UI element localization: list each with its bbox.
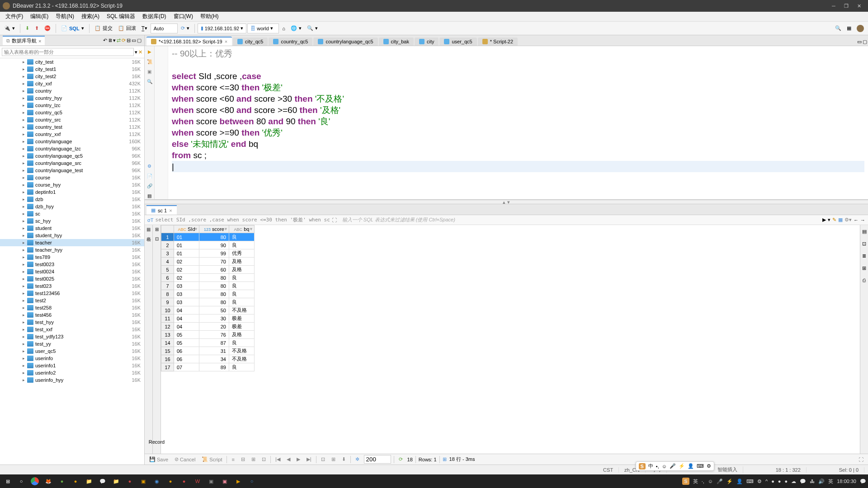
cell-bq[interactable]: 良	[229, 290, 255, 298]
commit-button[interactable]: 📋提交	[92, 23, 115, 33]
expand-icon[interactable]: ▸	[23, 269, 27, 274]
result-row[interactable]: 40270及格	[161, 258, 255, 266]
text-mode-tab[interactable]: ⊞	[155, 227, 159, 232]
cell-bq[interactable]: 良	[229, 363, 255, 371]
expand-icon[interactable]: ▸	[23, 378, 27, 382]
autocommit-combo[interactable]: Auto	[151, 23, 178, 33]
cell-sid[interactable]: 01	[174, 233, 199, 241]
tray-lang2[interactable]: 英	[828, 478, 833, 485]
table-row[interactable]: ▸city_test116K	[0, 66, 144, 73]
app-10[interactable]: ▣	[137, 475, 149, 487]
settings-button[interactable]: ⚙▾	[844, 217, 852, 223]
cell-score[interactable]: 34	[199, 355, 229, 363]
connect-button[interactable]: ⬇	[23, 24, 32, 33]
res-last-button[interactable]: →	[860, 217, 865, 223]
cell-bq[interactable]: 良	[229, 274, 255, 282]
page-refresh[interactable]: ⊞	[330, 455, 337, 463]
tray-acc[interactable]: 👤	[736, 479, 743, 484]
perspective-button[interactable]: ▦	[844, 24, 854, 33]
editor-tab[interactable]: countrylanguage_qc5	[313, 38, 377, 46]
column-score[interactable]: 123 score▼	[199, 225, 229, 233]
cell-bq[interactable]: 良	[229, 233, 255, 241]
cell-sid[interactable]: 04	[174, 314, 199, 323]
close-tab-icon[interactable]: ×	[225, 39, 227, 44]
menu-sql-editor[interactable]: SQL 编辑器	[103, 12, 139, 21]
result-row[interactable]: 80380良	[161, 290, 255, 298]
execute-new-tab-button[interactable]: ▣	[146, 68, 153, 75]
apply-filter-button[interactable]: ▶	[822, 217, 826, 223]
expand-icon[interactable]: ▸	[23, 219, 27, 223]
editor-tab[interactable]: city_bak	[379, 38, 414, 46]
expand-icon[interactable]: ▸	[23, 363, 27, 368]
result-row[interactable]: 110430极差	[161, 314, 255, 323]
tray-chevron[interactable]: ^	[765, 479, 768, 484]
table-row[interactable]: ▸city_test16K	[0, 58, 144, 66]
expand-icon[interactable]: ▸	[23, 291, 27, 296]
table-row[interactable]: ▸country_hyy112K	[0, 94, 144, 102]
table-row[interactable]: ▸teacher16K	[0, 239, 144, 246]
nav-sync-button[interactable]: ⇄	[117, 38, 121, 43]
close-button[interactable]: ✕	[853, 1, 865, 11]
table-row[interactable]: ▸sc16K	[0, 210, 144, 217]
table-row[interactable]: ▸test002516K	[0, 275, 144, 282]
cell-sid[interactable]: 06	[174, 347, 199, 355]
app-5[interactable]: ●	[70, 475, 81, 487]
expand-icon[interactable]: ▸	[23, 284, 27, 288]
navigator-filter-input[interactable]	[2, 48, 134, 56]
refs-tab[interactable]: ⎙	[863, 277, 866, 283]
editor-max-button[interactable]: ▢	[863, 39, 867, 45]
refresh-tx-button[interactable]: ⟳▾	[179, 24, 192, 33]
cell-sid[interactable]: 04	[174, 306, 199, 314]
table-row[interactable]: ▸countrylanguage_src96K	[0, 160, 144, 167]
editor-tab[interactable]: city_qc5	[233, 38, 268, 46]
nav-back-button[interactable]: ↶	[103, 38, 107, 43]
app-13[interactable]: ●	[178, 475, 190, 487]
navigator-tree[interactable]: ▸city_test16K▸city_test116K▸city_test216…	[0, 58, 144, 465]
tray-mic[interactable]: 🎤	[717, 479, 723, 484]
column-sid[interactable]: ABC SId▼	[174, 225, 199, 233]
filter-icon[interactable]: ▼	[249, 227, 253, 231]
cell-score[interactable]: 80	[199, 233, 229, 241]
cell-bq[interactable]: 优秀	[229, 249, 255, 258]
expand-icon[interactable]: ▸	[23, 103, 27, 108]
cell-sid[interactable]: 02	[174, 274, 199, 282]
expand-icon[interactable]: ▸	[23, 262, 27, 267]
expand-icon[interactable]: ▸	[23, 197, 27, 202]
table-row[interactable]: ▸userinfo_hyy16K	[0, 376, 144, 384]
table-row[interactable]: ▸test_hyy16K	[0, 319, 144, 326]
cell-bq[interactable]: 不及格	[229, 347, 255, 355]
table-row[interactable]: ▸test_xxf16K	[0, 326, 144, 333]
editor-splitter[interactable]: ▴ ▾	[145, 200, 868, 204]
table-row[interactable]: ▸student16K	[0, 225, 144, 232]
cell-sid[interactable]: 05	[174, 339, 199, 347]
cell-sid[interactable]: 02	[174, 258, 199, 266]
prev-page[interactable]: ◀	[285, 455, 292, 463]
expand-icon[interactable]: ▸	[23, 81, 27, 86]
cell-score[interactable]: 30	[199, 314, 229, 323]
app-16[interactable]: ▣	[219, 475, 231, 487]
next-page[interactable]: ▶	[295, 455, 302, 463]
export-button[interactable]: ⬇	[340, 455, 348, 463]
table-row[interactable]: ▸test002416K	[0, 268, 144, 275]
table-row[interactable]: ▸course16K	[0, 174, 144, 181]
table-row[interactable]: ▸city_test216K	[0, 73, 144, 80]
menu-file[interactable]: 文件(F)	[2, 12, 27, 21]
expand-icon[interactable]: ▸	[23, 204, 27, 209]
expand-icon[interactable]: ▸	[23, 248, 27, 252]
chrome-app[interactable]	[29, 475, 41, 487]
cell-score[interactable]: 70	[199, 258, 229, 266]
last-page[interactable]: ▶|	[305, 455, 313, 463]
app-4[interactable]: ●	[56, 475, 68, 487]
cell-score[interactable]: 80	[199, 298, 229, 306]
expand-icon[interactable]: ▸	[23, 190, 27, 194]
result-row[interactable]: 70380良	[161, 282, 255, 290]
expand-icon[interactable]: ▸	[23, 226, 27, 230]
cell-bq[interactable]: 良	[229, 282, 255, 290]
cell-bq[interactable]: 良	[229, 241, 255, 249]
grid-mode-tab[interactable]: ▦ 表格	[146, 227, 152, 233]
cell-score[interactable]: 76	[199, 331, 229, 339]
filter-icon[interactable]: ▼	[194, 227, 198, 231]
table-row[interactable]: ▸countrylanguage_qc596K	[0, 152, 144, 160]
table-row[interactable]: ▸test_ydfy12316K	[0, 333, 144, 340]
expand-icon[interactable]: ▸	[23, 96, 27, 100]
